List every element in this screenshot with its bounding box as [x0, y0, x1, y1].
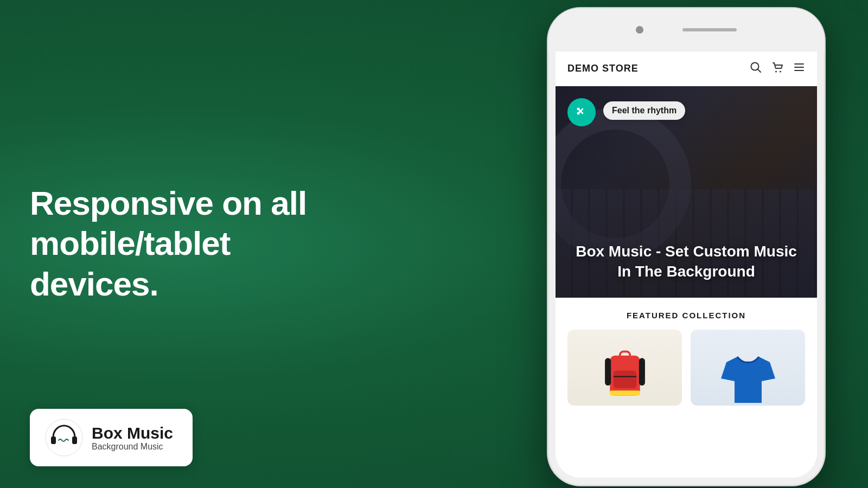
svg-point-5 — [775, 71, 777, 73]
backpack-image — [601, 341, 649, 406]
svg-rect-17 — [613, 370, 636, 388]
headline-line1: Responsive on all mobile/tablet — [30, 184, 307, 262]
hero-title: Box Music - Set Custom Music In The Back… — [556, 242, 817, 281]
product-grid — [567, 330, 805, 406]
brand-logo: Box Music Background Music — [30, 409, 193, 466]
left-content: Responsive on all mobile/tablet devices. — [30, 183, 442, 304]
hero-banner: Feel the rhythm Box Music - Set Custom M… — [556, 86, 817, 298]
store-name: DEMO STORE — [567, 63, 639, 74]
phone-mockup: DEMO STORE — [548, 8, 825, 485]
phone-screen: DEMO STORE — [556, 52, 817, 478]
phone-outer: DEMO STORE — [548, 8, 825, 485]
svg-point-11 — [577, 108, 580, 111]
product-card-backpack[interactable] — [567, 330, 682, 406]
tshirt-image — [721, 346, 775, 406]
svg-line-4 — [758, 69, 761, 73]
feel-rhythm-tag: Feel the rhythm — [603, 101, 685, 120]
hero-logo-badge — [567, 98, 596, 126]
product-card-tshirt[interactable] — [691, 330, 805, 406]
feel-rhythm-text: Feel the rhythm — [612, 106, 676, 115]
svg-rect-16 — [639, 358, 644, 386]
phone-speaker — [682, 28, 737, 31]
phone-top-bar — [548, 8, 825, 52]
featured-collection-title: FEATURED COLLECTION — [567, 311, 805, 320]
headline-line2: devices. — [30, 265, 158, 303]
scissors-icon — [574, 105, 589, 120]
brand-tagline: Background Music — [92, 442, 173, 452]
svg-rect-19 — [610, 390, 640, 395]
phone-camera — [636, 26, 643, 34]
cart-icon[interactable] — [771, 61, 783, 76]
search-icon[interactable] — [750, 61, 762, 76]
brand-name: Box Music — [92, 424, 173, 442]
menu-icon[interactable] — [793, 61, 805, 76]
svg-rect-15 — [605, 358, 611, 386]
store-header: DEMO STORE — [556, 52, 817, 86]
svg-point-6 — [780, 71, 781, 73]
featured-section: FEATURED COLLECTION — [556, 298, 817, 416]
svg-rect-1 — [51, 436, 56, 444]
headline: Responsive on all mobile/tablet devices. — [30, 183, 442, 304]
store-icons — [750, 61, 805, 76]
headphone-icon — [45, 419, 83, 457]
brand-text-block: Box Music Background Music — [92, 424, 173, 452]
svg-point-12 — [577, 112, 580, 115]
svg-rect-2 — [72, 436, 77, 444]
